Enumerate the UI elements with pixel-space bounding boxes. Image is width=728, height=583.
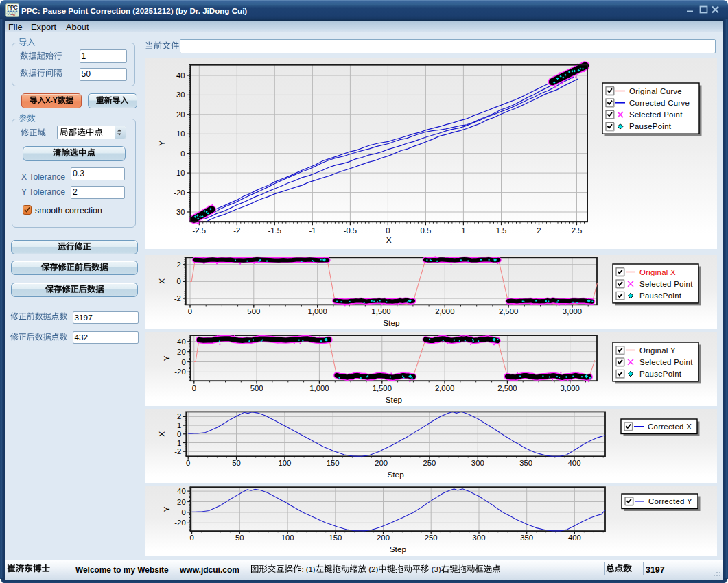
svg-text:2.5: 2.5 bbox=[572, 226, 583, 235]
svg-text:150: 150 bbox=[327, 459, 340, 467]
svg-text:1,500: 1,500 bbox=[371, 307, 390, 316]
svg-text:-1.5: -1.5 bbox=[268, 226, 281, 235]
svg-text:1,000: 1,000 bbox=[309, 384, 329, 392]
svg-text:-2.5: -2.5 bbox=[193, 226, 206, 235]
svg-text:0: 0 bbox=[386, 226, 390, 235]
svg-text:Corrected Y: Corrected Y bbox=[648, 497, 692, 505]
svg-text:Original Curve: Original Curve bbox=[629, 87, 682, 95]
svg-text:0.5: 0.5 bbox=[421, 226, 432, 235]
svg-text:Step: Step bbox=[390, 545, 407, 554]
svg-text:20: 20 bbox=[176, 110, 185, 119]
svg-text:50: 50 bbox=[235, 534, 244, 542]
svg-text:1.5: 1.5 bbox=[496, 226, 507, 235]
svg-text:PausePoint: PausePoint bbox=[639, 292, 682, 300]
svg-text:100: 100 bbox=[278, 459, 291, 467]
svg-text:PausePoint: PausePoint bbox=[629, 122, 672, 130]
svg-text:20: 20 bbox=[177, 498, 186, 506]
svg-text:X-Y: X-Y bbox=[45, 96, 58, 104]
svg-text:X: X bbox=[386, 235, 392, 245]
svg-text:Selected Point: Selected Point bbox=[639, 280, 693, 288]
svg-text:0: 0 bbox=[186, 459, 190, 467]
svg-text:40: 40 bbox=[176, 71, 185, 80]
svg-text:500: 500 bbox=[250, 384, 263, 392]
svg-text:-2: -2 bbox=[233, 226, 240, 235]
svg-text:Corrected X: Corrected X bbox=[648, 423, 692, 431]
svg-text:2,500: 2,500 bbox=[499, 307, 518, 316]
svg-text:1,500: 1,500 bbox=[373, 384, 392, 392]
svg-text:3,000: 3,000 bbox=[561, 384, 580, 392]
svg-text:Y: Y bbox=[162, 506, 172, 512]
svg-text:Y: Y bbox=[162, 355, 172, 361]
svg-text:1,000: 1,000 bbox=[308, 307, 327, 316]
svg-text:Step: Step bbox=[387, 470, 404, 479]
svg-text:0: 0 bbox=[189, 534, 193, 542]
svg-text:-0.5: -0.5 bbox=[344, 226, 357, 235]
svg-text:0: 0 bbox=[192, 384, 196, 392]
svg-text:(3): (3) bbox=[430, 565, 441, 573]
svg-text:(2): (2) bbox=[366, 565, 378, 573]
svg-text:Original Y: Original Y bbox=[639, 346, 676, 355]
svg-text:50: 50 bbox=[232, 459, 241, 467]
svg-text:Original X: Original X bbox=[639, 268, 676, 276]
svg-text:Step: Step bbox=[386, 395, 403, 405]
svg-text:PausePoint: PausePoint bbox=[639, 370, 682, 378]
svg-text:2: 2 bbox=[537, 226, 541, 235]
svg-text:-1: -1 bbox=[174, 439, 181, 447]
svg-text:40: 40 bbox=[177, 337, 186, 346]
svg-text:200: 200 bbox=[377, 534, 390, 542]
svg-text:0: 0 bbox=[177, 430, 181, 438]
svg-text:2: 2 bbox=[177, 261, 181, 269]
svg-text:-10: -10 bbox=[174, 169, 185, 177]
svg-text:-30: -30 bbox=[174, 208, 185, 216]
svg-text:250: 250 bbox=[425, 534, 438, 542]
svg-text:-20: -20 bbox=[174, 519, 185, 527]
svg-text:Corrected Curve: Corrected Curve bbox=[629, 99, 690, 107]
svg-text:Selected Point: Selected Point bbox=[639, 358, 693, 366]
svg-text:2,000: 2,000 bbox=[435, 307, 454, 316]
svg-text:300: 300 bbox=[473, 534, 486, 542]
svg-text:: (1): : (1) bbox=[301, 565, 315, 573]
svg-text:350: 350 bbox=[520, 534, 533, 542]
svg-text:-2: -2 bbox=[174, 447, 181, 455]
svg-text:2: 2 bbox=[177, 412, 181, 420]
svg-text:1: 1 bbox=[461, 226, 465, 235]
svg-text:1: 1 bbox=[177, 421, 181, 429]
svg-text:30: 30 bbox=[176, 91, 185, 99]
svg-text:-2: -2 bbox=[174, 294, 181, 302]
svg-text:200: 200 bbox=[375, 459, 388, 467]
svg-text:-1: -1 bbox=[309, 226, 316, 235]
svg-text:2,000: 2,000 bbox=[435, 384, 454, 392]
svg-text:100: 100 bbox=[281, 534, 294, 542]
svg-text:250: 250 bbox=[423, 459, 436, 467]
svg-text:Selected Point: Selected Point bbox=[629, 110, 683, 119]
svg-text:400: 400 bbox=[568, 459, 581, 467]
svg-text:-20: -20 bbox=[174, 189, 185, 197]
svg-text:400: 400 bbox=[568, 534, 581, 542]
svg-text:0: 0 bbox=[181, 358, 185, 366]
svg-text:40: 40 bbox=[177, 487, 186, 495]
svg-text:X: X bbox=[157, 431, 167, 437]
svg-text:PPC: PPC bbox=[7, 5, 18, 11]
svg-text:0: 0 bbox=[188, 307, 192, 316]
svg-text:150: 150 bbox=[329, 534, 342, 542]
svg-text:0: 0 bbox=[180, 150, 185, 158]
svg-text:-20: -20 bbox=[174, 368, 185, 376]
svg-text:0: 0 bbox=[181, 508, 185, 516]
svg-text:Y: Y bbox=[158, 141, 167, 146]
svg-text:3,000: 3,000 bbox=[563, 307, 582, 316]
svg-text:20: 20 bbox=[177, 348, 186, 356]
svg-text:300: 300 bbox=[471, 459, 484, 467]
svg-text:350: 350 bbox=[519, 459, 532, 467]
svg-text:X: X bbox=[157, 278, 167, 284]
svg-text:0: 0 bbox=[177, 277, 181, 285]
svg-text:10: 10 bbox=[176, 130, 185, 138]
svg-text:2,500: 2,500 bbox=[497, 384, 517, 392]
svg-text:500: 500 bbox=[247, 307, 260, 316]
svg-text:Step: Step bbox=[383, 318, 400, 328]
